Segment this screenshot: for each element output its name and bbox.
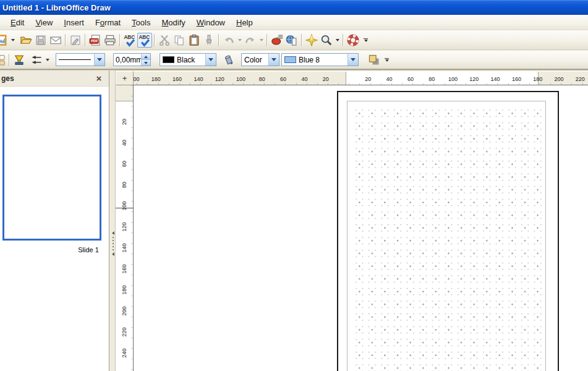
area-fill-icon: [223, 54, 235, 66]
collapse-arrow-icon: [112, 231, 114, 235]
line-width-up-button[interactable]: [142, 54, 150, 60]
menu-item-insert[interactable]: Insert: [58, 16, 90, 29]
ruler-label: 140: [121, 243, 127, 252]
ruler-label: 40: [121, 140, 127, 146]
zoom-button[interactable]: [319, 33, 334, 48]
menu-item-modify[interactable]: Modify: [156, 16, 190, 29]
paste-icon: [188, 34, 200, 46]
title-bar[interactable]: Untitled 1 - LibreOffice Draw: [0, 0, 588, 15]
area-style-dropdown-button[interactable]: [268, 54, 279, 66]
styles-button[interactable]: [0, 53, 7, 67]
libreoffice-draw-window: Untitled 1 - LibreOffice Draw EditViewIn…: [0, 0, 588, 371]
new-document-icon: [0, 34, 8, 46]
ruler-label: 160: [173, 76, 182, 82]
redo-dropdown-arrow[interactable]: [258, 33, 265, 47]
line-width-input[interactable]: [114, 54, 141, 66]
navigator-button[interactable]: [304, 33, 319, 48]
auto-spellcheck-button[interactable]: ABC: [137, 33, 152, 48]
line-width-spinner[interactable]: [113, 53, 151, 66]
email-icon: [49, 34, 62, 46]
undo-button[interactable]: [221, 33, 236, 48]
line-style-select[interactable]: [56, 53, 105, 66]
zoom-dropdown-arrow[interactable]: [334, 33, 341, 47]
ruler-label: 140: [491, 76, 500, 82]
help-button[interactable]: [346, 33, 360, 48]
gallery-button[interactable]: [270, 33, 284, 48]
ruler-label: 220: [576, 76, 585, 82]
print-button[interactable]: [103, 33, 117, 48]
area-button[interactable]: [221, 53, 236, 67]
area-style-select[interactable]: Color: [241, 53, 279, 66]
edit-file-button[interactable]: [68, 33, 83, 48]
export-pdf-button[interactable]: PDF: [88, 33, 103, 48]
horizontal-ruler[interactable]: 2001801601401201008060402020406080100120…: [116, 71, 588, 85]
splitter-handle[interactable]: [111, 231, 115, 256]
pages-panel: Slide 1: [0, 87, 109, 371]
line-color-dropdown-button[interactable]: [205, 54, 216, 66]
window-title: Untitled 1 - LibreOffice Draw: [2, 3, 111, 12]
page-margin-border: [347, 101, 546, 371]
toolbar-options-button[interactable]: [362, 33, 370, 48]
arrow-style-button[interactable]: [29, 53, 44, 67]
paste-button[interactable]: [187, 33, 202, 48]
ruler-origin-button[interactable]: +: [116, 71, 134, 85]
edit-file-icon: [69, 34, 82, 46]
menu-item-edit[interactable]: Edit: [5, 16, 30, 29]
ruler-label: 100: [236, 76, 245, 82]
line-color-swatch: [163, 56, 174, 63]
close-icon[interactable]: ×: [94, 73, 104, 83]
line-width-down-button[interactable]: [142, 60, 150, 66]
menu-item-tools[interactable]: Tools: [126, 16, 156, 29]
clone-formatting-button[interactable]: [202, 33, 216, 48]
glue-points-button[interactable]: [12, 53, 27, 67]
open-button[interactable]: [19, 33, 33, 48]
slide-label: Slide 1: [68, 246, 109, 254]
new-document-button[interactable]: [0, 33, 9, 48]
hyperlink-button[interactable]: [284, 33, 299, 48]
drawing-page[interactable]: [337, 91, 559, 371]
gallery-icon: [271, 34, 283, 46]
new-dropdown-arrow[interactable]: [9, 33, 16, 47]
area-color-value: Blue 8: [299, 56, 320, 64]
arrow-style-dropdown-arrow[interactable]: [44, 53, 51, 67]
area-color-select[interactable]: Blue 8: [281, 53, 359, 66]
ruler-ticks: [131, 85, 133, 371]
zoom-icon: [320, 34, 333, 46]
undo-icon: [223, 34, 235, 46]
shadow-button[interactable]: [367, 53, 381, 67]
ruler-label: 100: [448, 76, 458, 82]
pages-panel-title: ges: [0, 74, 14, 83]
toolbar-options-button[interactable]: [383, 53, 391, 67]
redo-icon: [244, 34, 257, 46]
area-style-value: Color: [244, 56, 262, 64]
separator: [119, 34, 121, 46]
cut-button[interactable]: [157, 33, 172, 48]
vertical-ruler[interactable]: 20406080100120140160180200220240: [116, 85, 134, 371]
ruler-label: 120: [469, 76, 479, 82]
menu-item-help[interactable]: Help: [231, 16, 258, 29]
copy-button[interactable]: [172, 33, 187, 48]
menu-item-format[interactable]: Format: [90, 16, 126, 29]
email-button[interactable]: [48, 33, 63, 48]
copy-icon: [173, 34, 185, 46]
menu-item-view[interactable]: View: [30, 16, 58, 29]
redo-button[interactable]: [243, 33, 258, 48]
ruler-label: 60: [121, 161, 127, 167]
undo-dropdown-arrow[interactable]: [236, 33, 243, 47]
menu-item-window[interactable]: Window: [191, 16, 231, 29]
save-button[interactable]: [33, 33, 48, 48]
line-style-dropdown-button[interactable]: [94, 54, 104, 66]
ruler-label: 80: [428, 76, 435, 82]
clone-formatting-icon: [203, 34, 215, 46]
ruler-label: 20: [365, 76, 371, 82]
slide-thumbnail[interactable]: [2, 95, 101, 241]
panel-splitter[interactable]: [109, 70, 116, 371]
area-color-dropdown-button[interactable]: [347, 54, 358, 66]
origin-crosshair-icon: +: [122, 74, 127, 83]
spelling-icon: ABC: [123, 33, 137, 47]
ruler-label: 20: [323, 76, 329, 82]
spelling-button[interactable]: ABC: [122, 33, 137, 48]
standard-toolbar: PDF ABC ABC: [0, 30, 588, 50]
ruler-label: 80: [259, 76, 265, 82]
line-color-select[interactable]: Black: [160, 53, 216, 66]
